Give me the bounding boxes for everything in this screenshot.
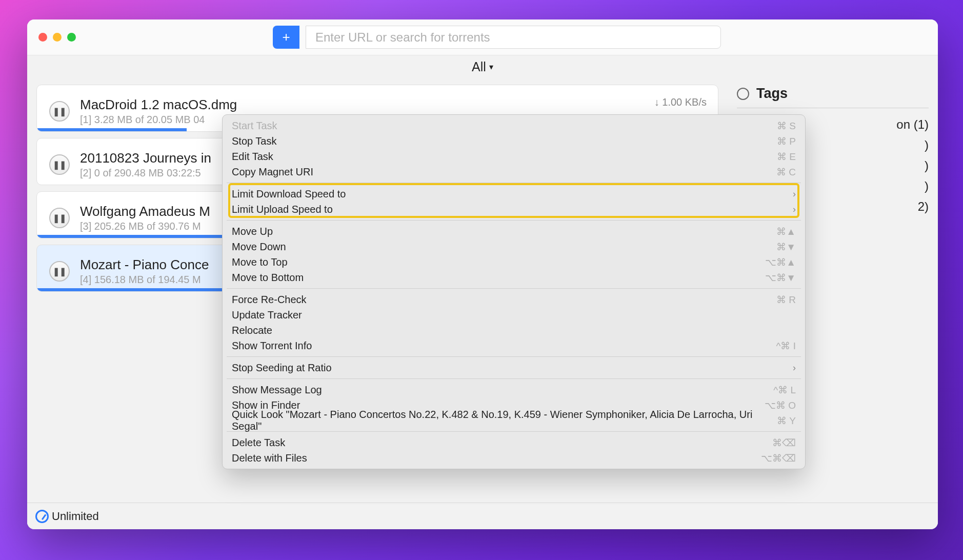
tags-header-label: Tags <box>756 86 788 102</box>
menu-item-label: Delete with Files <box>232 452 761 464</box>
menu-item[interactable]: Limit Download Speed to› <box>223 186 805 202</box>
tags-header: Tags <box>737 86 929 108</box>
menu-item[interactable]: Update Tracker <box>223 307 805 323</box>
menu-item[interactable]: Move Down⌘▼ <box>223 239 805 254</box>
menu-item-label: Start Task <box>232 120 777 132</box>
chevron-down-icon: ▾ <box>489 62 493 72</box>
menu-item[interactable]: Copy Magnet URI⌘ C <box>223 164 805 179</box>
menu-item-label: Relocate <box>232 325 796 336</box>
minimize-window-button[interactable] <box>53 33 62 42</box>
menu-item[interactable]: Delete Task⌘⌫ <box>223 435 805 450</box>
menu-shortcut: ⌘ R <box>776 294 796 306</box>
search-input[interactable]: Enter URL or search for torrents <box>306 26 721 49</box>
menu-separator <box>227 183 801 183</box>
filter-bar: All ▾ <box>27 55 938 78</box>
menu-item[interactable]: Stop Seeding at Ratio› <box>223 360 805 375</box>
menu-shortcut: ⌘ Y <box>777 415 796 427</box>
menu-separator <box>227 356 801 357</box>
chevron-right-icon: › <box>793 204 796 215</box>
add-task-button[interactable]: + <box>273 26 299 49</box>
menu-shortcut: ⌘ P <box>777 135 796 147</box>
menu-separator <box>227 288 801 289</box>
pause-button[interactable]: ❚❚ <box>49 101 70 122</box>
menu-item[interactable]: Stop Task⌘ P <box>223 133 805 149</box>
menu-shortcut: ⌘▲ <box>776 226 796 237</box>
status-bar: Unlimited <box>27 503 938 529</box>
menu-shortcut: ⌘ E <box>777 151 796 163</box>
chevron-right-icon: › <box>793 189 796 199</box>
menu-item: Start Task⌘ S <box>223 118 805 133</box>
task-title: MacDroid 1.2 macOS.dmg <box>80 97 706 113</box>
menu-item-label: Move Up <box>232 226 776 237</box>
menu-item-label: Limit Download Speed to <box>232 188 793 200</box>
maximize-window-button[interactable] <box>67 33 76 42</box>
pause-button[interactable]: ❚❚ <box>49 208 70 228</box>
menu-shortcut: ^⌘ I <box>776 340 796 352</box>
speed-limit-label[interactable]: Unlimited <box>52 510 99 523</box>
menu-separator <box>227 378 801 379</box>
filter-label: All <box>472 59 486 74</box>
menu-shortcut: ^⌘ L <box>773 384 796 396</box>
menu-item[interactable]: Force Re-Check⌘ R <box>223 292 805 307</box>
chevron-right-icon: › <box>793 363 796 373</box>
menu-shortcut: ⌥⌘▼ <box>765 272 796 284</box>
menu-item-label: Move to Bottom <box>232 272 765 284</box>
traffic-lights <box>38 33 76 42</box>
search-placeholder: Enter URL or search for torrents <box>315 30 490 45</box>
menu-item-label: Stop Task <box>232 135 777 147</box>
menu-item-label: Limit Upload Speed to <box>232 204 793 215</box>
menu-item[interactable]: Show Torrent Info^⌘ I <box>223 338 805 353</box>
menu-item-label: Edit Task <box>232 151 777 163</box>
menu-item-label: Show Torrent Info <box>232 340 776 352</box>
menu-item-label: Move to Top <box>232 256 765 268</box>
menu-shortcut: ⌥⌘▲ <box>765 256 796 268</box>
menu-item[interactable]: Show Message Log^⌘ L <box>223 382 805 397</box>
progress-bar <box>37 128 187 131</box>
menu-shortcut: ⌘ C <box>776 166 796 178</box>
context-menu[interactable]: Start Task⌘ SStop Task⌘ PEdit Task⌘ ECop… <box>222 114 806 469</box>
menu-item-label: Delete Task <box>232 437 772 449</box>
task-speed: ↓ 1.00 KB/s <box>654 96 707 108</box>
menu-item-label: Update Tracker <box>232 309 796 321</box>
menu-item[interactable]: Move to Top⌥⌘▲ <box>223 254 805 270</box>
menu-shortcut: ⌥⌘⌫ <box>761 452 796 464</box>
menu-item-label: Show Message Log <box>232 384 773 396</box>
pause-button[interactable]: ❚❚ <box>49 154 70 175</box>
menu-item[interactable]: Relocate <box>223 323 805 338</box>
menu-item[interactable]: Delete with Files⌥⌘⌫ <box>223 450 805 466</box>
menu-item[interactable]: Move to Bottom⌥⌘▼ <box>223 270 805 285</box>
menu-item[interactable]: Limit Upload Speed to› <box>223 202 805 217</box>
menu-item-label: Move Down <box>232 241 776 253</box>
menu-item-label: Quick Look "Mozart - Piano Concertos No.… <box>232 409 777 432</box>
plus-icon: + <box>282 29 290 45</box>
menu-item-label: Force Re-Check <box>232 294 776 306</box>
gauge-icon <box>35 510 49 523</box>
close-window-button[interactable] <box>38 33 47 42</box>
menu-item[interactable]: Edit Task⌘ E <box>223 149 805 164</box>
radio-icon <box>737 88 749 100</box>
menu-item-label: Copy Magnet URI <box>232 166 776 178</box>
menu-item[interactable]: Move Up⌘▲ <box>223 224 805 239</box>
menu-item[interactable]: Quick Look "Mozart - Piano Concertos No.… <box>223 413 805 428</box>
menu-separator <box>227 220 801 221</box>
menu-shortcut: ⌘⌫ <box>772 437 796 449</box>
pause-button[interactable]: ❚❚ <box>49 261 70 282</box>
menu-shortcut: ⌘▼ <box>776 241 796 253</box>
titlebar: + Enter URL or search for torrents <box>27 19 938 55</box>
filter-dropdown[interactable]: All ▾ <box>472 59 493 74</box>
menu-shortcut: ⌘ S <box>777 120 796 132</box>
menu-item-label: Stop Seeding at Ratio <box>232 362 793 374</box>
